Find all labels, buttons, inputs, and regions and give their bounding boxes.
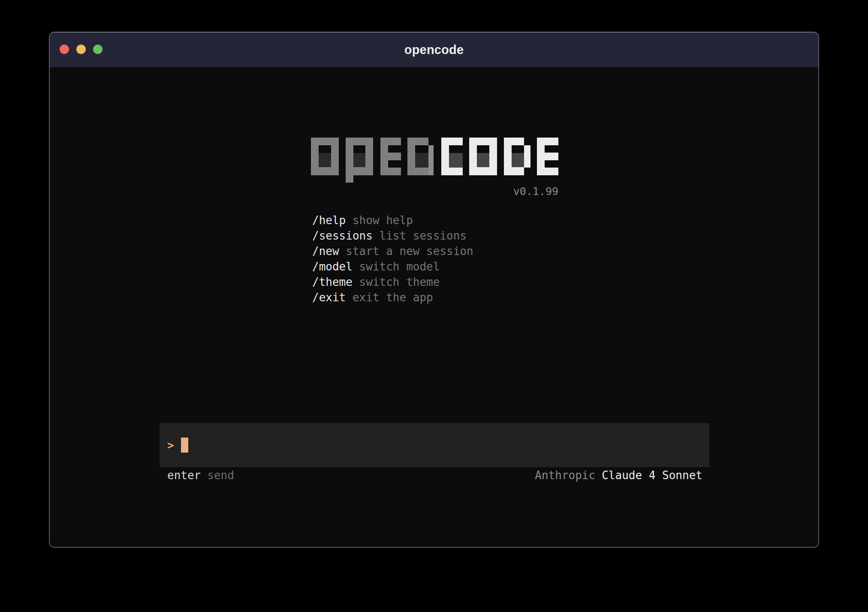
command-row-model: /model switch model — [312, 259, 473, 274]
command-help-list: /help show help /sessions list sessions … — [312, 213, 473, 305]
window-titlebar[interactable]: opencode — [50, 33, 818, 67]
status-bar: entersend AnthropicClaude 4 Sonnet — [167, 468, 702, 483]
command-row-help: /help show help — [312, 213, 473, 228]
command-name: /new — [312, 245, 339, 258]
command-description: start a new session — [339, 245, 473, 258]
command-row-exit: /exit exit the app — [312, 290, 473, 305]
text-cursor-block — [181, 438, 188, 453]
key-hint-key: enter — [167, 469, 201, 482]
opencode-window: opencode v0.1.99 /help show help /sessio… — [49, 32, 819, 548]
command-name: /theme — [312, 276, 353, 288]
close-button[interactable] — [60, 45, 69, 54]
command-name: /sessions — [312, 229, 373, 242]
model-provider: Anthropic — [535, 469, 595, 482]
zoom-button[interactable] — [93, 45, 102, 54]
command-name: /model — [312, 260, 353, 273]
traffic-lights — [60, 45, 102, 54]
command-description: switch model — [353, 260, 440, 273]
command-name: /exit — [312, 291, 346, 304]
version-label: v0.1.99 — [311, 186, 558, 197]
command-description: exit the app — [346, 291, 433, 304]
command-description: list sessions — [373, 229, 467, 242]
opencode-logo — [311, 138, 558, 183]
command-description: show help — [346, 214, 413, 227]
prompt-icon: > — [167, 439, 174, 452]
minimize-button[interactable] — [76, 45, 86, 54]
window-title: opencode — [404, 43, 464, 57]
key-hint: entersend — [167, 468, 234, 483]
command-name: /help — [312, 214, 346, 227]
command-row-new: /new start a new session — [312, 243, 473, 259]
desktop-background: opencode v0.1.99 /help show help /sessio… — [0, 0, 868, 612]
command-row-sessions: /sessions list sessions — [312, 228, 473, 243]
model-indicator: AnthropicClaude 4 Sonnet — [535, 468, 702, 483]
key-hint-action: send — [207, 469, 234, 482]
command-row-theme: /theme switch theme — [312, 274, 473, 290]
model-name: Claude 4 Sonnet — [602, 469, 702, 482]
command-description: switch theme — [353, 276, 440, 288]
message-input[interactable]: > — [160, 423, 709, 467]
